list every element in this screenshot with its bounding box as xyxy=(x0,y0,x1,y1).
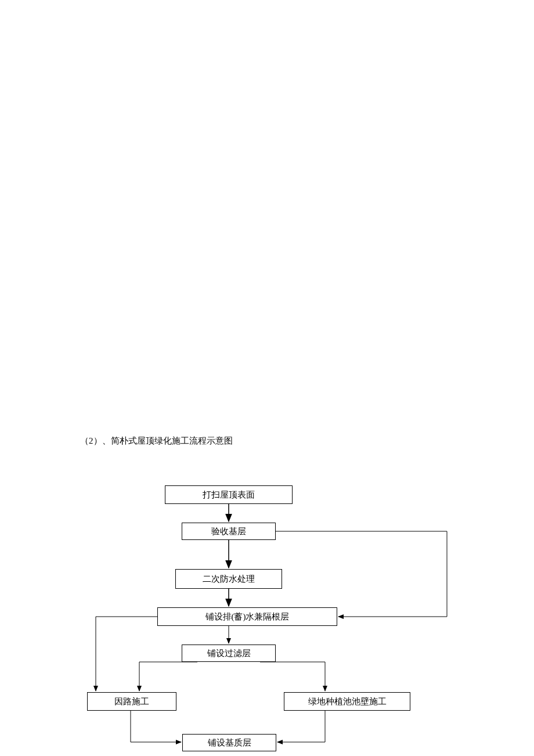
node-label: 打扫屋顶表面 xyxy=(203,489,255,501)
node-label: 因路施工 xyxy=(114,696,149,707)
flowchart-node-n8: 铺设基质层 xyxy=(182,734,276,751)
flowchart-node-n4: 铺设排(蓄)水兼隔根层 xyxy=(157,607,337,626)
flowchart-connectors xyxy=(0,0,534,756)
node-label: 铺设基质层 xyxy=(208,737,251,748)
node-label: 二次防水处理 xyxy=(203,574,255,585)
node-label: 验收基层 xyxy=(211,526,246,537)
node-label: 铺设排(蓄)水兼隔根层 xyxy=(205,611,290,622)
flowchart-node-n1: 打扫屋顶表面 xyxy=(165,485,293,504)
node-label: 绿地种植池池壁施工 xyxy=(308,696,387,707)
flowchart-node-n3: 二次防水处理 xyxy=(175,569,282,589)
flowchart-node-n2: 验收基层 xyxy=(182,523,276,540)
flowchart-node-n5: 铺设过滤层 xyxy=(182,645,276,662)
diagram-title: （2）、简朴式屋顶绿化施工流程示意图 xyxy=(80,435,233,447)
flowchart-node-n7: 绿地种植池池壁施工 xyxy=(284,692,410,711)
node-label: 铺设过滤层 xyxy=(207,648,251,659)
flowchart-node-n6: 因路施工 xyxy=(87,692,176,711)
